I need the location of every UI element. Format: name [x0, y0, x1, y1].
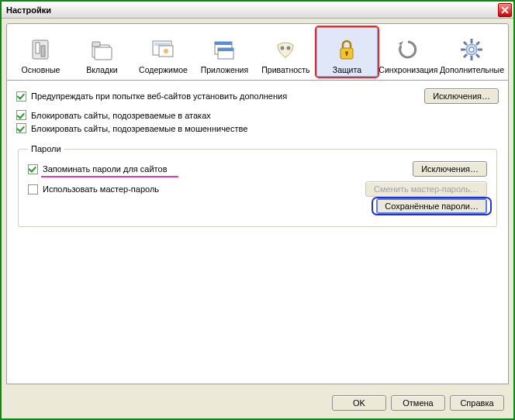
passwords-legend: Пароли — [28, 144, 64, 153]
tab-content[interactable]: Содержимое — [133, 27, 194, 77]
mask-icon — [273, 37, 298, 62]
block-fraud-label: Блокировать сайты, подозреваемые в мошен… — [31, 124, 247, 133]
svg-line-27 — [476, 42, 479, 45]
tab-general[interactable]: Основные — [10, 27, 71, 77]
ok-button[interactable]: OK — [332, 395, 386, 411]
close-button[interactable] — [498, 3, 512, 17]
tab-sync[interactable]: Синхронизация — [378, 27, 439, 77]
dialog-footer: OK Отмена Справка — [2, 389, 513, 418]
svg-rect-11 — [215, 42, 232, 45]
svg-point-15 — [287, 46, 291, 50]
svg-point-14 — [281, 46, 285, 50]
help-button[interactable]: Справка — [450, 395, 504, 411]
exceptions-addons-button[interactable]: Исключения… — [424, 88, 499, 104]
remember-passwords-checkbox[interactable] — [28, 164, 38, 174]
svg-rect-7 — [154, 43, 170, 46]
change-master-button: Сменить мастер-пароль… — [365, 181, 487, 197]
svg-rect-18 — [346, 53, 347, 56]
svg-point-9 — [164, 49, 168, 53]
content-icon — [150, 37, 175, 62]
sync-icon — [396, 37, 420, 62]
svg-rect-0 — [33, 40, 48, 59]
svg-rect-2 — [41, 46, 45, 57]
apps-icon — [212, 37, 237, 62]
tab-security[interactable]: Защита — [316, 27, 378, 77]
master-password-checkbox[interactable] — [28, 184, 38, 195]
warn-addons-checkbox[interactable] — [16, 91, 26, 102]
titlebar: Настройки — [2, 2, 513, 19]
content-panel: Предупреждать при попытке веб-сайтов уст… — [6, 81, 509, 384]
svg-rect-5 — [95, 47, 112, 60]
svg-point-20 — [469, 47, 474, 52]
tab-applications[interactable]: Приложения — [194, 27, 255, 77]
tab-advanced[interactable]: Дополнительные — [439, 27, 505, 77]
block-attack-checkbox[interactable] — [16, 110, 26, 120]
passwords-group: Пароли Запоминать пароли для сайтов Искл… — [18, 144, 497, 227]
settings-window: Настройки Основные Вкладки Содержимое — [0, 0, 515, 420]
svg-line-26 — [476, 54, 479, 57]
switch-icon — [28, 37, 53, 62]
cancel-button[interactable]: Отмена — [391, 395, 445, 411]
block-fraud-checkbox[interactable] — [16, 123, 26, 133]
block-attack-label: Блокировать сайты, подозреваемые в атака… — [31, 111, 211, 120]
saved-passwords-button[interactable]: Сохранённые пароли… — [376, 198, 487, 214]
master-password-label: Использовать мастер-пароль — [43, 184, 159, 194]
folder-icon — [89, 37, 114, 62]
remember-passwords-label: Запоминать пароли для сайтов — [43, 164, 168, 174]
gear-icon — [459, 37, 484, 62]
warn-addons-label: Предупреждать при попытке веб-сайтов уст… — [31, 91, 287, 101]
svg-rect-13 — [218, 48, 233, 51]
tabstrip: Основные Вкладки Содержимое Приложения П… — [6, 23, 509, 81]
svg-line-28 — [464, 54, 467, 57]
exceptions-passwords-button[interactable]: Исключения… — [413, 161, 487, 177]
lock-icon — [334, 37, 359, 62]
svg-line-25 — [464, 42, 467, 45]
svg-rect-1 — [36, 43, 40, 53]
window-title: Настройки — [6, 5, 51, 15]
svg-rect-4 — [92, 42, 100, 46]
tab-tabs[interactable]: Вкладки — [71, 27, 133, 77]
tab-privacy[interactable]: Приватность — [255, 27, 316, 77]
